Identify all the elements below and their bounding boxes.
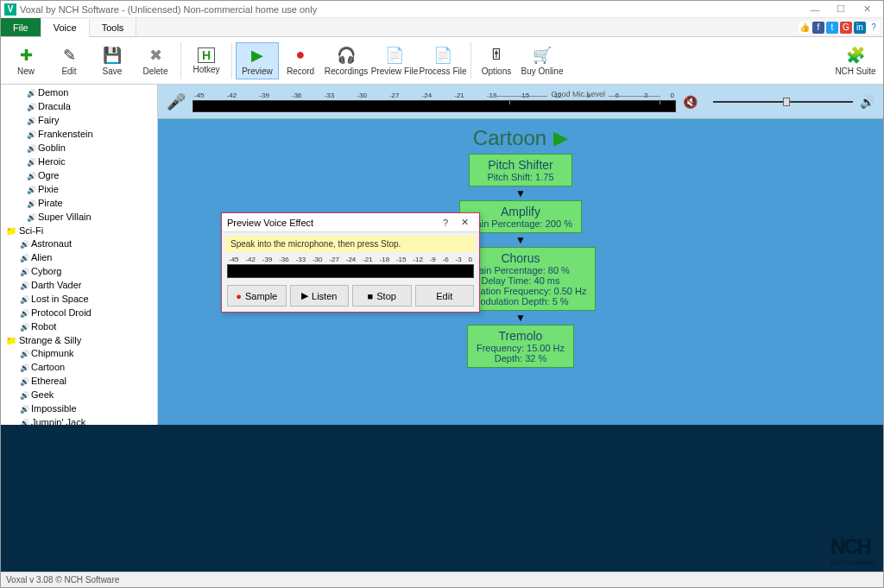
cart-icon: 🛒 bbox=[533, 46, 552, 65]
floppy-icon: 💾 bbox=[103, 46, 122, 65]
tree-voice-item[interactable]: Cartoon bbox=[31, 362, 65, 372]
x-icon: ✖ bbox=[146, 46, 165, 65]
good-mic-label: Good Mic Level bbox=[547, 90, 609, 98]
close-button[interactable]: ✕ bbox=[854, 2, 880, 17]
level-meter: Good Mic Level -45-42-39-36-33-30-27-24-… bbox=[193, 92, 676, 112]
dialog-instruction: Speak into the microphone, then press St… bbox=[225, 236, 476, 252]
dialog-help-button[interactable]: ? bbox=[436, 218, 455, 228]
tree-voice-item[interactable]: Robot bbox=[31, 321, 56, 332]
hotkey-icon: H bbox=[198, 47, 215, 63]
file-play-icon: 📄 bbox=[385, 46, 404, 65]
tree-voice-item[interactable]: Alien bbox=[31, 252, 52, 262]
status-bar: Voxal v 3.08 © NCH Software bbox=[1, 572, 883, 587]
toolbar: ✚New ✎Edit 💾Save ✖Delete HHotkey ▶Previe… bbox=[1, 37, 883, 85]
file-gear-icon: 📄 bbox=[433, 46, 452, 65]
recordings-button[interactable]: 🎧Recordings bbox=[322, 43, 370, 79]
window-titlebar: V Voxal by NCH Software - (Unlicensed) N… bbox=[1, 1, 883, 18]
dialog-meter: -45-42-39-36-33-30-27-24-21-18-15-12-9-6… bbox=[227, 256, 474, 278]
status-text: Voxal v 3.08 © NCH Software bbox=[6, 575, 119, 585]
arrow-down-icon: ▼ bbox=[515, 314, 526, 321]
tree-voice-item[interactable]: Super Villain bbox=[38, 212, 92, 222]
tree-voice-item[interactable]: Pirate bbox=[38, 198, 63, 208]
play-icon[interactable]: ▶ bbox=[553, 127, 568, 149]
menu-voice[interactable]: Voice bbox=[41, 19, 90, 37]
tree-voice-item[interactable]: Darth Vader bbox=[31, 280, 82, 290]
social-links: 👍ftGin? bbox=[799, 18, 883, 36]
voice-tree-sidebar[interactable]: DemonDraculaFairyFrankensteinGoblinHeroi… bbox=[1, 85, 158, 425]
app-icon: V bbox=[4, 3, 16, 16]
tree-voice-item[interactable]: Frankenstein bbox=[38, 129, 93, 139]
delete-button[interactable]: ✖Delete bbox=[134, 43, 177, 79]
record-icon: ● bbox=[236, 291, 242, 301]
tree-folder[interactable]: Sci-Fi bbox=[6, 225, 43, 236]
save-button[interactable]: 💾Save bbox=[91, 43, 134, 79]
tree-voice-item[interactable]: Astronaut bbox=[31, 238, 72, 249]
social-help[interactable]: ? bbox=[868, 22, 880, 34]
social-twitter[interactable]: t bbox=[826, 22, 838, 34]
suite-icon: 🧩 bbox=[846, 46, 865, 65]
play-icon: ▶ bbox=[301, 290, 308, 301]
dialog-close-button[interactable]: ✕ bbox=[455, 217, 474, 228]
tree-voice-item[interactable]: Ethereal bbox=[31, 376, 66, 386]
tree-voice-item[interactable]: Pixie bbox=[38, 184, 59, 194]
tree-voice-item[interactable]: Dracula bbox=[38, 101, 71, 111]
edit-button[interactable]: ✎Edit bbox=[47, 43, 91, 79]
stop-button[interactable]: ■Stop bbox=[352, 285, 412, 307]
social-linkedin[interactable]: in bbox=[854, 22, 866, 34]
tree-voice-item[interactable]: Goblin bbox=[38, 142, 66, 153]
tree-voice-item[interactable]: Demon bbox=[38, 87, 68, 98]
menu-file[interactable]: File bbox=[1, 18, 41, 36]
tree-voice-item[interactable]: Fairy bbox=[38, 115, 59, 125]
menu-tools[interactable]: Tools bbox=[90, 18, 137, 36]
arrow-down-icon: ▼ bbox=[515, 190, 526, 197]
stop-icon: ■ bbox=[368, 291, 374, 301]
arrow-down-icon: ▼ bbox=[515, 237, 526, 243]
play-icon: ▶ bbox=[248, 46, 267, 65]
tree-voice-item[interactable]: Geek bbox=[31, 389, 54, 400]
tree-voice-item[interactable]: Heroic bbox=[38, 156, 66, 167]
window-title: Voxal by NCH Software - (Unlicensed) Non… bbox=[20, 4, 802, 15]
options-button[interactable]: 🎚Options bbox=[475, 43, 518, 79]
dialog-title: Preview Voice Effect bbox=[227, 218, 436, 228]
headphones-icon: 🎧 bbox=[337, 46, 356, 65]
social-thumbs-up[interactable]: 👍 bbox=[799, 22, 811, 34]
preview-file-button[interactable]: 📄Preview File bbox=[370, 43, 419, 79]
effect-node[interactable]: TremoloFrequency: 15.00 HzDepth: 32 % bbox=[467, 325, 574, 368]
new-button[interactable]: ✚New bbox=[4, 43, 47, 79]
tree-voice-item[interactable]: Ogre bbox=[38, 170, 59, 180]
effect-chain-title[interactable]: Cartoon ▶ bbox=[473, 126, 568, 150]
pencil-icon: ✎ bbox=[60, 46, 79, 65]
tree-voice-item[interactable]: Chipmunk bbox=[31, 348, 74, 358]
hotkey-button[interactable]: HHotkey bbox=[185, 45, 228, 77]
record-icon: ● bbox=[291, 46, 310, 65]
bottom-panel: NCHNCH Software bbox=[1, 425, 883, 572]
tree-folder[interactable]: Strange & Silly bbox=[6, 335, 81, 345]
menu-bar: File Voice Tools 👍ftGin? bbox=[1, 18, 883, 37]
sliders-icon: 🎚 bbox=[487, 46, 506, 65]
tree-voice-item[interactable]: Protocol Droid bbox=[31, 307, 92, 318]
mute-icon[interactable]: 🔇 bbox=[683, 95, 698, 109]
output-volume-slider[interactable] bbox=[713, 101, 853, 103]
input-meter-bar: 🎤 Good Mic Level -45-42-39-36-33-30-27-2… bbox=[158, 85, 883, 119]
social-google-plus[interactable]: G bbox=[840, 22, 852, 34]
tree-voice-item[interactable]: Jumpin' Jack bbox=[31, 417, 85, 425]
preview-button[interactable]: ▶Preview bbox=[236, 42, 279, 79]
nch-logo: NCHNCH Software bbox=[830, 534, 875, 566]
plus-icon: ✚ bbox=[16, 46, 35, 65]
speaker-icon: 🔊 bbox=[860, 95, 875, 109]
minimize-button[interactable]: — bbox=[802, 2, 828, 17]
dialog-edit-button[interactable]: Edit bbox=[415, 285, 475, 307]
effect-node[interactable]: Pitch ShifterPitch Shift: 1.75 bbox=[469, 154, 572, 187]
sample-button[interactable]: ●Sample bbox=[227, 285, 287, 307]
maximize-button[interactable]: ☐ bbox=[828, 2, 854, 17]
nch-suite-button[interactable]: 🧩NCH Suite bbox=[831, 43, 880, 79]
process-file-button[interactable]: 📄Process File bbox=[419, 43, 467, 79]
listen-button[interactable]: ▶Listen bbox=[290, 285, 350, 307]
record-button[interactable]: ●Record bbox=[279, 43, 322, 79]
social-facebook[interactable]: f bbox=[812, 22, 824, 34]
tree-voice-item[interactable]: Impossible bbox=[31, 403, 77, 414]
buy-online-button[interactable]: 🛒Buy Online bbox=[518, 43, 566, 79]
microphone-icon: 🎤 bbox=[167, 92, 186, 111]
tree-voice-item[interactable]: Cyborg bbox=[31, 266, 61, 276]
tree-voice-item[interactable]: Lost in Space bbox=[31, 294, 89, 304]
